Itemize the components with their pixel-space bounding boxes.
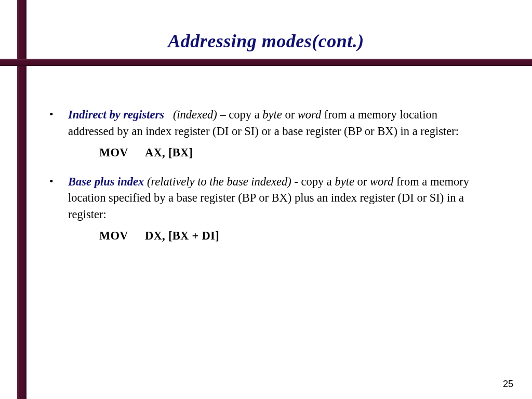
code-line: MOVAX, [BX]	[99, 144, 483, 161]
italic-word: word	[298, 108, 321, 121]
italic-word: byte	[335, 175, 354, 188]
horizontal-accent-bar	[0, 59, 532, 66]
sep: -	[294, 175, 301, 188]
slide-title: Addressing modes(cont.)	[0, 30, 532, 52]
paren: (indexed)	[173, 108, 217, 121]
text: or	[285, 108, 297, 121]
italic-word: word	[370, 175, 393, 188]
bullet-list: Indirect by registers (indexed) – copy a…	[49, 107, 483, 244]
space	[167, 108, 173, 121]
paren: (relatively to the base indexed)	[147, 175, 291, 188]
text: or	[357, 175, 370, 188]
term: Base plus index	[68, 175, 144, 188]
sep: –	[220, 108, 229, 121]
term: Indirect by registers	[68, 108, 164, 121]
list-item: Indirect by registers (indexed) – copy a…	[49, 107, 483, 161]
code-line: MOVDX, [BX + DI]	[99, 228, 483, 244]
mnemonic: MOV	[99, 228, 145, 244]
list-item: Base plus index (relatively to the base …	[49, 174, 483, 244]
text: copy a	[229, 108, 262, 121]
operands: AX, [BX]	[145, 146, 193, 159]
operands: DX, [BX + DI]	[145, 229, 219, 242]
italic-word: byte	[262, 108, 282, 121]
text: copy a	[301, 175, 335, 188]
slide-body: Indirect by registers (indexed) – copy a…	[49, 107, 483, 257]
mnemonic: MOV	[99, 144, 145, 161]
page-number: 25	[503, 379, 513, 390]
